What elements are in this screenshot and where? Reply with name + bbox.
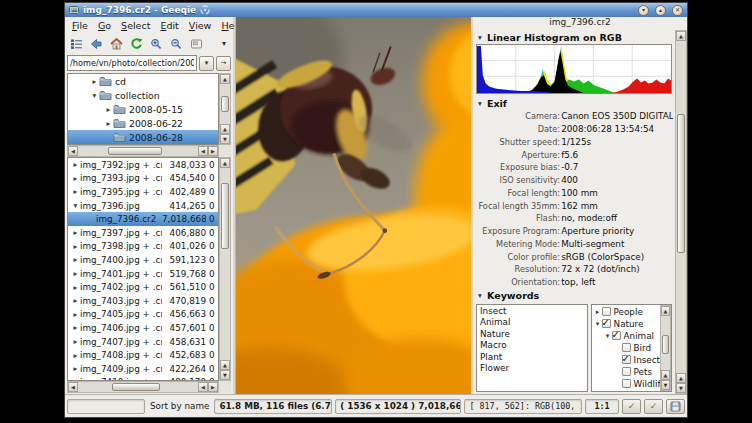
file-row[interactable]: ▸ img_7392.jpg + .cr2 348,033 0 — [68, 158, 218, 172]
scroll-up-icon[interactable]: ▲ — [661, 306, 670, 316]
expander-icon[interactable]: ▾ — [604, 332, 612, 340]
scroll-left-icon[interactable]: ◀ — [68, 146, 78, 156]
scroll-right-icon[interactable]: ▶ — [208, 382, 218, 392]
scroll-left-icon[interactable]: ◀ — [198, 382, 208, 392]
keyword-entry[interactable]: Plant — [480, 352, 584, 364]
scroll-thumb[interactable] — [221, 183, 229, 248]
expander-icon[interactable]: ▸ — [104, 105, 113, 114]
keyword-tree-row[interactable]: Zoo — [592, 390, 660, 393]
keyword-checkbox[interactable] — [622, 391, 631, 392]
title-bar[interactable]: img_7396.cr2 - Geeqie ▾ ▴ ✕ — [65, 3, 687, 17]
folder-row[interactable]: 2008-06-28 — [68, 130, 218, 144]
folder-row[interactable]: ▾ collection — [68, 88, 218, 102]
expander-icon[interactable]: ▸ — [71, 337, 80, 346]
expander-icon[interactable]: ▸ — [71, 242, 80, 251]
scroll-down-icon[interactable]: ▼ — [661, 380, 670, 390]
expander-icon[interactable]: ▾ — [90, 91, 99, 100]
path-input[interactable] — [67, 55, 197, 71]
minimize-button[interactable]: ▾ — [638, 5, 649, 16]
keyword-checkbox[interactable] — [622, 379, 631, 388]
folder-row[interactable]: ▸ 2008-05-15 — [68, 102, 218, 116]
scroll-thumb[interactable] — [662, 335, 669, 354]
scroll-track[interactable] — [661, 316, 670, 371]
file-row[interactable]: ▸ img_7400.jpg + .cr2 591,123 0 — [68, 253, 218, 267]
keyword-checkbox[interactable] — [602, 307, 611, 316]
file-row[interactable]: ▸ img_7397.jpg + .cr2 406,880 0 — [68, 226, 218, 240]
file-row[interactable]: ▸ img_7398.jpg + .cr2 401,026 0 — [68, 240, 218, 254]
home-icon[interactable] — [107, 36, 125, 52]
expander-icon[interactable]: ▸ — [71, 364, 80, 373]
scroll-track[interactable] — [78, 146, 198, 156]
keyword-tree-row[interactable]: ▾ Animal — [592, 330, 660, 342]
keyword-checkbox[interactable] — [622, 343, 631, 352]
scroll-track[interactable] — [78, 382, 198, 392]
refresh-icon[interactable] — [127, 36, 145, 52]
expander-icon[interactable]: ▸ — [71, 323, 80, 332]
scroll-down-icon[interactable]: ▼ — [220, 370, 230, 380]
collapse-icon[interactable]: ▾ — [476, 33, 484, 42]
path-go-icon[interactable]: → — [216, 56, 231, 71]
file-list-hscrollbar[interactable]: ◀ ◀ ▶ — [67, 381, 219, 393]
expander-icon[interactable]: ▸ — [104, 119, 113, 128]
file-row[interactable]: ▸ img_7409.jpg + .cr2 422,264 0 — [68, 362, 218, 376]
histogram[interactable] — [476, 44, 672, 94]
file-row[interactable]: ▾ img_7396.jpg 414,265 0 — [68, 199, 218, 213]
expander-icon[interactable]: ▾ — [71, 201, 80, 210]
keywords-section-header[interactable]: ▾ Keywords — [473, 289, 675, 303]
scroll-thumb[interactable] — [677, 114, 685, 253]
scroll-left-icon[interactable]: ◀ — [68, 382, 78, 392]
file-row[interactable]: ▸ img_7407.jpg + .cr2 458,631 0 — [68, 335, 218, 349]
zoom-out-icon[interactable] — [167, 36, 185, 52]
expander-icon[interactable]: ▸ — [71, 160, 80, 169]
scroll-up-icon[interactable]: ▲ — [661, 370, 670, 380]
keyword-apply-button[interactable]: ✓ — [622, 399, 641, 414]
collapse-icon[interactable]: ▾ — [476, 291, 484, 300]
expander-icon[interactable]: ▸ — [71, 255, 80, 264]
image-view[interactable] — [235, 17, 471, 394]
file-row[interactable]: ▸ img_7408.jpg + .cr2 452,683 0 — [68, 348, 218, 362]
toolbar-overflow-icon[interactable]: ▾ — [217, 39, 231, 48]
view-list-icon[interactable] — [67, 36, 85, 52]
scroll-up-icon[interactable]: ▲ — [220, 360, 230, 370]
keyword-tree-row[interactable]: ▾ Nature — [592, 318, 660, 330]
float-view-icon[interactable] — [187, 36, 205, 52]
zoom-in-icon[interactable] — [147, 36, 165, 52]
keyword-tree-row[interactable]: Bird — [592, 342, 660, 354]
keyword-tree-row[interactable]: ▸ People — [592, 306, 660, 318]
comment-apply-button[interactable]: ✓ — [644, 399, 663, 414]
scroll-down-icon[interactable]: ▼ — [220, 134, 230, 144]
file-row[interactable]: ▸ img_7406.jpg + .cr2 457,601 0 — [68, 321, 218, 335]
exif-section-header[interactable]: ▾ Exif — [473, 96, 675, 110]
zoom-ratio[interactable]: 1:1 — [585, 399, 619, 414]
keyword-tree-row[interactable]: Insect — [592, 354, 660, 366]
menu-item[interactable]: View — [184, 19, 217, 32]
scroll-down-icon[interactable]: ▼ — [676, 383, 686, 393]
scroll-thumb[interactable] — [221, 96, 229, 112]
scroll-up-icon[interactable]: ▲ — [676, 31, 686, 41]
keyword-entry[interactable]: Flower — [480, 363, 584, 375]
menu-item[interactable]: File — [67, 19, 93, 32]
keywords-list[interactable]: InsectAnimalNatureMacroPlantFlower — [476, 304, 588, 393]
keyword-checkbox[interactable] — [622, 367, 631, 376]
folder-row[interactable]: ▸ cd — [68, 74, 218, 88]
file-row[interactable]: ▸ img_7402.jpg + .cr2 561,510 0 — [68, 280, 218, 294]
sidebar-vscrollbar[interactable]: ▲ ▲ ▼ — [675, 30, 687, 394]
scroll-track[interactable] — [220, 84, 230, 124]
expander-icon[interactable]: ▾ — [594, 320, 602, 328]
file-row[interactable]: ▸ img_7403.jpg + .cr2 470,819 0 — [68, 294, 218, 308]
path-dropdown-icon[interactable]: ▾ — [199, 56, 214, 71]
expander-icon[interactable]: ▸ — [90, 77, 99, 86]
scroll-up-icon[interactable]: ▲ — [676, 373, 686, 383]
scroll-left-icon[interactable]: ◀ — [198, 146, 208, 156]
expander-icon[interactable]: ▸ — [71, 283, 80, 292]
keyword-entry[interactable]: Nature — [480, 329, 584, 341]
file-row[interactable]: ▸ img_7393.jpg + .cr2 454,540 0 — [68, 172, 218, 186]
file-row[interactable]: img_7396.cr2 7,018,668 0 — [68, 212, 218, 226]
keyword-entry[interactable]: Animal — [480, 317, 584, 329]
collapse-icon[interactable]: ▾ — [476, 99, 484, 108]
scroll-track[interactable] — [220, 168, 230, 360]
save-metadata-button[interactable] — [666, 399, 685, 414]
menu-item[interactable]: Edit — [155, 19, 183, 32]
scroll-right-icon[interactable]: ▶ — [208, 146, 218, 156]
menu-item[interactable]: Select — [116, 19, 155, 32]
